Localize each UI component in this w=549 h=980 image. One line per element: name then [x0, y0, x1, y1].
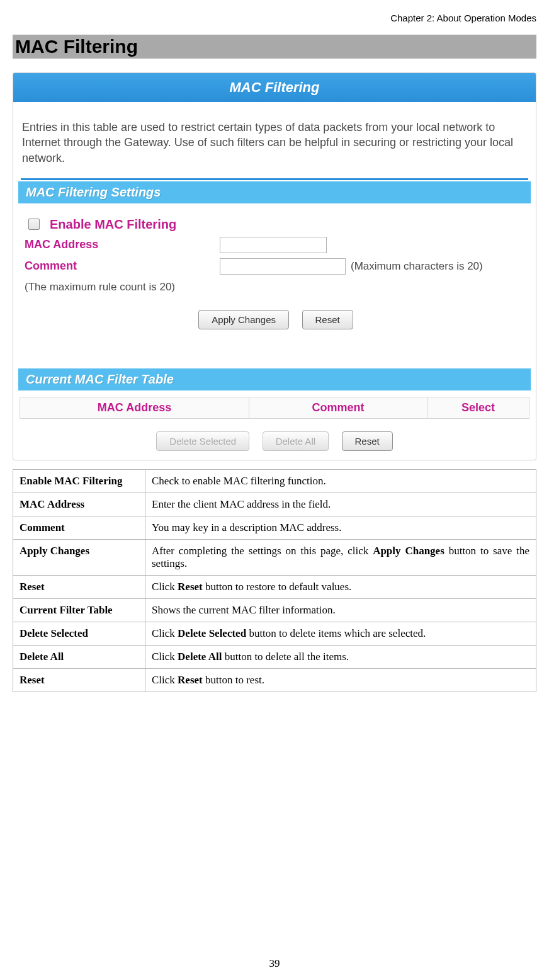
desc-text: You may key in a description MAC address… — [152, 521, 341, 533]
desc-key: Enable MAC Filtering — [13, 469, 145, 493]
chapter-header: Chapter 2: About Operation Modes — [13, 13, 536, 23]
desc-text: Check to enable MAC filtering function. — [152, 475, 326, 487]
table-row: ResetClick Reset button to restore to de… — [13, 575, 536, 598]
desc-text: button to delete all the items. — [222, 651, 349, 663]
page-number: 39 — [0, 957, 549, 970]
desc-key: Current Filter Table — [13, 598, 145, 622]
filter-table: MAC Address Comment Select — [20, 397, 529, 419]
desc-text: Shows the current MAC filter information… — [152, 604, 336, 616]
section-title: MAC Filtering — [13, 35, 536, 59]
divider-line — [21, 178, 528, 180]
reset-table-button[interactable]: Reset — [342, 431, 393, 451]
desc-bold-text: Delete Selected — [178, 627, 246, 639]
desc-text: Click — [152, 627, 178, 639]
desc-bold-text: Delete All — [178, 651, 222, 663]
desc-key: Delete Selected — [13, 622, 145, 645]
col-mac-address: MAC Address — [20, 397, 249, 418]
desc-text: After completing the settings on this pa… — [152, 545, 373, 557]
desc-value: You may key in a description MAC address… — [145, 516, 536, 539]
desc-key: MAC Address — [13, 493, 145, 516]
desc-value: Click Delete Selected button to delete i… — [145, 622, 536, 645]
desc-key: Reset — [13, 668, 145, 692]
screenshot-intro-text: Entries in this table are used to restri… — [13, 102, 536, 177]
delete-selected-button[interactable]: Delete Selected — [156, 431, 249, 451]
col-select: Select — [427, 397, 529, 418]
desc-text: Click — [152, 674, 178, 686]
desc-bold-text: Reset — [178, 581, 203, 593]
desc-value: Click Delete All button to delete all th… — [145, 645, 536, 668]
filter-table-header: Current MAC Filter Table — [18, 368, 531, 390]
desc-text: button to restore to default values. — [203, 581, 352, 593]
enable-mac-filtering-label: Enable MAC Filtering — [50, 217, 176, 232]
rule-count-note: (The maximum rule count is 20) — [25, 281, 527, 293]
desc-key: Comment — [13, 516, 145, 539]
desc-text: button to rest. — [203, 674, 264, 686]
screenshot-title: MAC Filtering — [13, 73, 536, 102]
comment-hint: (Maximum characters is 20) — [351, 260, 483, 273]
reset-button[interactable]: Reset — [302, 310, 353, 329]
table-row: Apply ChangesAfter completing the settin… — [13, 539, 536, 575]
mac-address-label: MAC Address — [25, 238, 220, 251]
desc-bold-text: Apply Changes — [373, 545, 444, 557]
desc-text: Click — [152, 581, 178, 593]
desc-key: Delete All — [13, 645, 145, 668]
mac-filtering-screenshot: MAC Filtering Entries in this table are … — [13, 72, 536, 460]
desc-value: Check to enable MAC filtering function. — [145, 469, 536, 493]
table-row: Delete AllClick Delete All button to del… — [13, 645, 536, 668]
desc-text: Enter the client MAC address in the fiel… — [152, 498, 331, 510]
desc-value: Shows the current MAC filter information… — [145, 598, 536, 622]
desc-key: Reset — [13, 575, 145, 598]
desc-value: Enter the client MAC address in the fiel… — [145, 493, 536, 516]
table-row: Current Filter TableShows the current MA… — [13, 598, 536, 622]
table-row: MAC AddressEnter the client MAC address … — [13, 493, 536, 516]
desc-value: After completing the settings on this pa… — [145, 539, 536, 575]
apply-changes-button[interactable]: Apply Changes — [198, 310, 289, 329]
table-row: ResetClick Reset button to rest. — [13, 668, 536, 692]
table-row: Delete SelectedClick Delete Selected but… — [13, 622, 536, 645]
comment-input[interactable] — [220, 258, 346, 275]
table-row: CommentYou may key in a description MAC … — [13, 516, 536, 539]
enable-mac-filtering-checkbox[interactable] — [28, 219, 40, 230]
col-comment: Comment — [249, 397, 427, 418]
mac-address-input[interactable] — [220, 237, 327, 253]
desc-text: Click — [152, 651, 178, 663]
desc-text: button to delete items which are selecte… — [246, 627, 426, 639]
description-table: Enable MAC FilteringCheck to enable MAC … — [13, 469, 536, 692]
delete-all-button[interactable]: Delete All — [263, 431, 329, 451]
comment-label: Comment — [25, 259, 220, 273]
desc-key: Apply Changes — [13, 539, 145, 575]
desc-value: Click Reset button to rest. — [145, 668, 536, 692]
settings-header: MAC Filtering Settings — [18, 181, 531, 203]
table-row: Enable MAC FilteringCheck to enable MAC … — [13, 469, 536, 493]
desc-value: Click Reset button to restore to default… — [145, 575, 536, 598]
desc-bold-text: Reset — [178, 674, 203, 686]
